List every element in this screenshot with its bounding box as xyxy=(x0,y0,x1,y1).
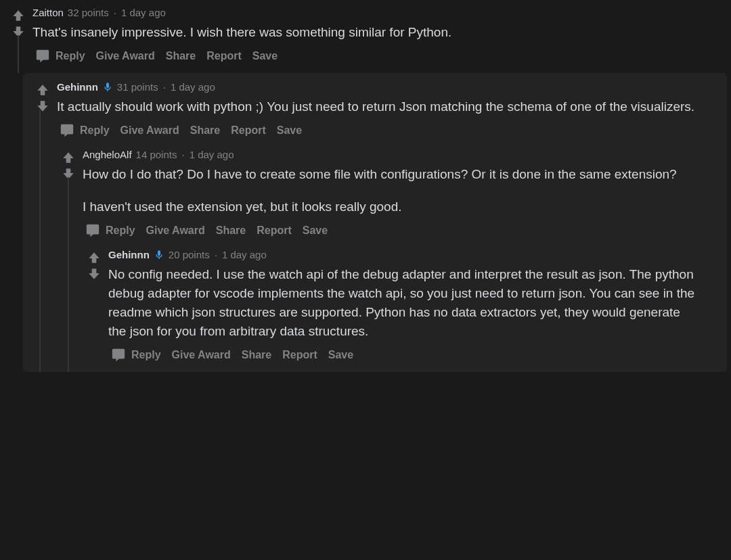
comment-paragraph: No config needed. I use the watch api of… xyxy=(108,265,699,341)
time-label: 1 day ago xyxy=(190,147,234,162)
give-award-button[interactable]: Give Award xyxy=(172,349,231,361)
points-label: 32 points xyxy=(68,5,109,20)
comment-text: It actually should work with python ;) Y… xyxy=(57,97,717,116)
comment-header: Zaitton 32 points · 1 day ago xyxy=(32,5,722,20)
comment-body: Gehinnn 31 points · 1 day ago It actuall… xyxy=(53,80,727,372)
upvote-icon[interactable] xyxy=(11,8,26,23)
give-award-button[interactable]: Give Award xyxy=(146,225,205,237)
comment-paragraph: How do I do that? Do I have to create so… xyxy=(83,165,708,184)
microphone-icon xyxy=(154,250,164,260)
action-bar: Reply Give Award Share Report Save xyxy=(32,49,722,73)
share-button[interactable]: Share xyxy=(190,124,220,137)
time-label: 1 day ago xyxy=(121,5,166,20)
downvote-icon[interactable] xyxy=(87,266,102,281)
action-bar: Reply Give Award Share Report Save xyxy=(57,123,717,147)
speech-bubble-icon xyxy=(60,123,74,138)
upvote-icon[interactable] xyxy=(61,150,76,165)
comment-body: Gehinnn 20 points · 1 day ago No config … xyxy=(104,248,708,372)
save-button[interactable]: Save xyxy=(303,225,328,237)
separator-dot: · xyxy=(214,248,218,262)
comment: Zaitton 32 points · 1 day ago That's ins… xyxy=(1,5,731,73)
comment-text: No config needed. I use the watch api of… xyxy=(108,265,699,341)
author-link[interactable]: Gehinnn xyxy=(108,248,150,262)
comment-header: Gehinnn 31 points · 1 day ago xyxy=(57,80,717,95)
speech-bubble-icon xyxy=(111,348,126,363)
thread-line[interactable] xyxy=(39,110,41,372)
share-button[interactable]: Share xyxy=(166,50,196,62)
time-label: 1 day ago xyxy=(171,80,215,95)
comment-header: Gehinnn 20 points · 1 day ago xyxy=(108,248,699,262)
speech-bubble-icon xyxy=(85,223,100,238)
share-button[interactable]: Share xyxy=(216,225,246,237)
upvote-icon[interactable] xyxy=(87,250,102,265)
separator-dot: · xyxy=(181,147,185,162)
time-label: 1 day ago xyxy=(222,248,267,262)
reply-label: Reply xyxy=(56,50,85,62)
separator-dot: · xyxy=(113,5,117,20)
upvote-icon[interactable] xyxy=(35,83,50,97)
reply-button[interactable]: Reply xyxy=(60,123,110,138)
child-comments: AngheloAlf 14 points · 1 day ago How do … xyxy=(32,147,717,372)
report-button[interactable]: Report xyxy=(231,124,266,137)
comment-text: How do I do that? Do I have to create so… xyxy=(83,165,708,216)
save-button[interactable]: Save xyxy=(277,124,302,137)
save-button[interactable]: Save xyxy=(328,349,353,361)
comment-paragraph: It actually should work with python ;) Y… xyxy=(57,97,717,116)
comment: Gehinnn 20 points · 1 day ago No config … xyxy=(77,248,708,372)
save-button[interactable]: Save xyxy=(252,50,278,62)
separator-dot: · xyxy=(162,80,167,95)
report-button[interactable]: Report xyxy=(282,349,317,361)
microphone-icon xyxy=(102,82,113,93)
comment-paragraph: I haven't used the extension yet, but it… xyxy=(83,197,708,216)
points-label: 20 points xyxy=(169,248,210,262)
author-link[interactable]: Zaitton xyxy=(32,5,64,20)
comment: AngheloAlf 14 points · 1 day ago How do … xyxy=(51,147,717,372)
reply-label: Reply xyxy=(131,349,161,361)
share-button[interactable]: Share xyxy=(242,349,271,361)
author-link[interactable]: AngheloAlf xyxy=(83,147,132,162)
reply-button[interactable]: Reply xyxy=(111,348,161,363)
give-award-button[interactable]: Give Award xyxy=(96,50,155,62)
thread-line[interactable] xyxy=(68,177,69,372)
reply-button[interactable]: Reply xyxy=(85,223,135,238)
give-award-button[interactable]: Give Award xyxy=(120,124,179,137)
thread-line[interactable] xyxy=(18,35,19,73)
reply-label: Reply xyxy=(80,124,110,137)
comment-header: AngheloAlf 14 points · 1 day ago xyxy=(83,147,708,162)
action-bar: Reply Give Award Share Report Save xyxy=(83,223,708,248)
downvote-icon[interactable] xyxy=(35,99,50,114)
speech-bubble-icon xyxy=(35,49,50,64)
comment-text: That's insanely impressive. I wish there… xyxy=(32,23,722,42)
comment-thread: Zaitton 32 points · 1 day ago That's ins… xyxy=(0,0,731,372)
report-button[interactable]: Report xyxy=(257,225,292,237)
comment-body: Zaitton 32 points · 1 day ago That's ins… xyxy=(28,5,731,73)
vote-column xyxy=(84,248,104,372)
comment-body: AngheloAlf 14 points · 1 day ago How do … xyxy=(79,147,717,372)
report-button[interactable]: Report xyxy=(206,50,242,62)
points-label: 31 points xyxy=(117,80,158,95)
child-comments: Gehinnn 20 points · 1 day ago No config … xyxy=(58,248,708,372)
highlighted-reply-block: Gehinnn 31 points · 1 day ago It actuall… xyxy=(23,73,727,372)
comment-paragraph: That's insanely impressive. I wish there… xyxy=(32,23,722,42)
action-bar: Reply Give Award Share Report Save xyxy=(108,348,699,372)
author-link[interactable]: Gehinnn xyxy=(57,80,98,95)
reply-label: Reply xyxy=(106,225,135,237)
comment: Gehinnn 31 points · 1 day ago It actuall… xyxy=(23,80,727,372)
reply-button[interactable]: Reply xyxy=(35,49,85,64)
points-label: 14 points xyxy=(136,147,177,162)
